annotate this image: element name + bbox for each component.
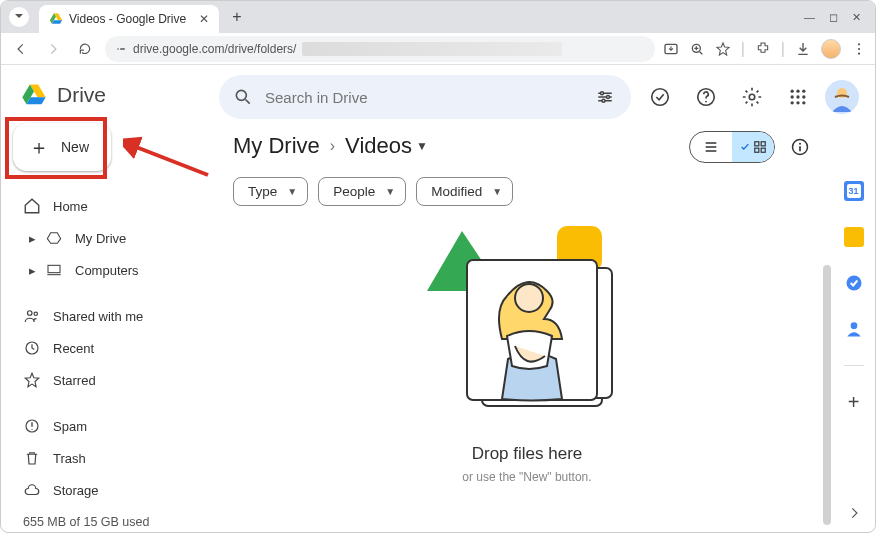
breadcrumb-root[interactable]: My Drive: [233, 133, 320, 159]
caret-down-icon: ▼: [287, 186, 297, 197]
filter-modified[interactable]: Modified▼: [416, 177, 513, 206]
sidebar-item-label: My Drive: [75, 231, 126, 246]
new-tab-button[interactable]: +: [225, 5, 249, 29]
svg-rect-33: [761, 142, 765, 146]
sidebar-item-home[interactable]: Home: [13, 191, 205, 221]
sidebar-item-storage[interactable]: Storage: [13, 475, 205, 505]
sidebar-item-computers[interactable]: ▸ Computers: [13, 255, 205, 285]
chrome-avatar[interactable]: [821, 39, 841, 59]
filter-type[interactable]: Type▼: [233, 177, 308, 206]
support-button[interactable]: [687, 78, 725, 116]
svg-point-6: [858, 52, 860, 54]
svg-point-14: [601, 92, 604, 95]
list-view-button[interactable]: [690, 132, 732, 162]
chevron-right-icon: [847, 506, 861, 520]
svg-rect-32: [754, 142, 758, 146]
back-button[interactable]: [9, 37, 33, 61]
home-icon: [23, 197, 41, 215]
svg-point-16: [602, 99, 605, 102]
settings-button[interactable]: [733, 78, 771, 116]
grid-view-button[interactable]: [732, 132, 774, 162]
hide-side-panel-button[interactable]: [847, 506, 861, 524]
svg-point-29: [802, 101, 805, 104]
logo-text: Drive: [57, 83, 106, 107]
window-close-icon[interactable]: ✕: [852, 11, 861, 24]
spam-icon: [23, 417, 41, 435]
svg-line-7: [131, 145, 208, 175]
svg-point-9: [28, 311, 33, 316]
list-icon: [703, 139, 719, 155]
people-icon: [23, 307, 41, 325]
filter-people[interactable]: People▼: [318, 177, 406, 206]
svg-point-5: [858, 47, 860, 49]
svg-point-20: [749, 94, 755, 100]
sidebar-item-starred[interactable]: Starred: [13, 365, 205, 395]
drive-logo-icon: [19, 81, 49, 109]
details-button[interactable]: [785, 132, 815, 162]
search-input[interactable]: [265, 89, 575, 106]
tasks-app-icon[interactable]: [844, 273, 864, 293]
account-avatar[interactable]: [825, 80, 859, 114]
sidebar-item-label: Recent: [53, 341, 94, 356]
sidebar-item-shared[interactable]: Shared with me: [13, 301, 205, 331]
bookmark-star-icon[interactable]: [715, 41, 731, 57]
svg-point-37: [799, 143, 801, 145]
sidebar-item-spam[interactable]: Spam: [13, 411, 205, 441]
star-icon: [23, 371, 41, 389]
contacts-app-icon[interactable]: [844, 319, 864, 339]
info-icon: [790, 137, 810, 157]
drive-logo[interactable]: Drive: [13, 73, 213, 123]
sidebar-item-label: Spam: [53, 419, 87, 434]
svg-point-15: [607, 96, 610, 99]
ready-offline-button[interactable]: [641, 78, 679, 116]
sidebar-item-label: Shared with me: [53, 309, 143, 324]
install-app-icon[interactable]: [663, 41, 679, 57]
window-maximize-icon[interactable]: ◻: [829, 11, 838, 24]
forward-button[interactable]: [41, 37, 65, 61]
sidebar-item-recent[interactable]: Recent: [13, 333, 205, 363]
sidebar-item-trash[interactable]: Trash: [13, 443, 205, 473]
scrollbar[interactable]: [823, 265, 831, 525]
view-toggle[interactable]: [689, 131, 775, 163]
svg-point-21: [791, 90, 794, 93]
url-input[interactable]: drive.google.com/drive/folders/: [105, 36, 655, 62]
annotation-arrow-icon: [123, 133, 213, 183]
computer-icon: [45, 261, 63, 279]
reload-button[interactable]: [73, 37, 97, 61]
browser-tab[interactable]: Videos - Google Drive ✕: [39, 5, 219, 33]
site-info-icon[interactable]: [115, 43, 127, 55]
zoom-icon[interactable]: [689, 41, 705, 57]
svg-rect-35: [761, 148, 765, 152]
sidebar-item-my-drive[interactable]: ▸ My Drive: [13, 223, 205, 253]
extensions-icon[interactable]: [755, 41, 771, 57]
empty-illustration: [407, 216, 647, 426]
chrome-menu-icon[interactable]: [851, 41, 867, 57]
window-minimize-icon[interactable]: ―: [804, 11, 815, 24]
svg-point-4: [858, 43, 860, 45]
search-icon: [233, 87, 253, 107]
tab-title: Videos - Google Drive: [69, 12, 186, 26]
calendar-app-icon[interactable]: 31: [844, 181, 864, 201]
caret-down-icon: ▼: [385, 186, 395, 197]
empty-title: Drop files here: [472, 444, 583, 464]
search-options-button[interactable]: [587, 79, 623, 115]
empty-state: Drop files here or use the "New" button.: [233, 216, 821, 484]
get-addons-button[interactable]: +: [844, 392, 864, 412]
files-area: My Drive › Videos ▼ Type▼ Pe: [213, 125, 831, 533]
cloud-icon: [23, 481, 41, 499]
side-panel: 31 +: [831, 125, 875, 533]
tab-close-icon[interactable]: ✕: [199, 12, 209, 26]
gear-icon: [741, 86, 763, 108]
empty-subtitle: or use the "New" button.: [462, 470, 591, 484]
apps-button[interactable]: [779, 78, 817, 116]
keep-app-icon[interactable]: [844, 227, 864, 247]
plus-icon: ＋: [29, 137, 49, 157]
chrome-profile-menu[interactable]: [9, 7, 29, 27]
new-button[interactable]: ＋ New: [13, 123, 111, 171]
breadcrumb-current[interactable]: Videos ▼: [345, 133, 428, 159]
downloads-icon[interactable]: [795, 41, 811, 57]
caret-down-icon: ▼: [416, 139, 428, 153]
svg-rect-1: [120, 48, 125, 50]
svg-point-22: [796, 90, 799, 93]
search-bar[interactable]: [219, 75, 631, 119]
